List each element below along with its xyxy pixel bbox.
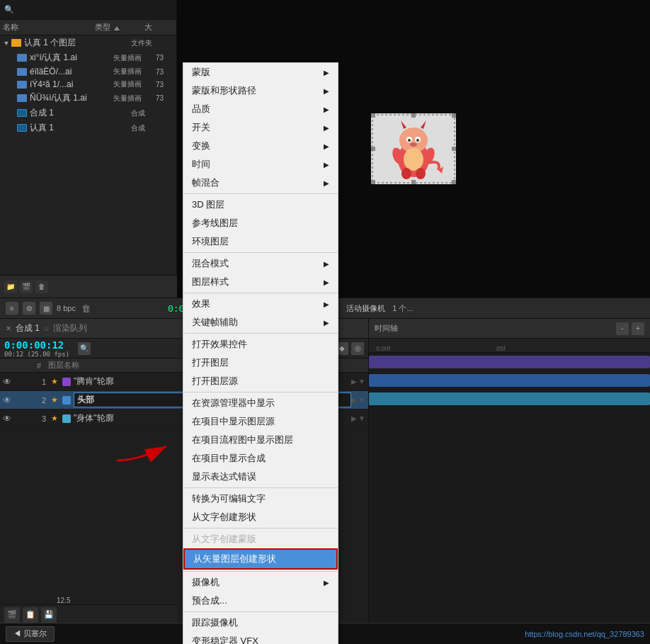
visibility-toggle[interactable]: 👁: [3, 395, 14, 405]
menu-item-switch[interactable]: 开关 ▶: [183, 118, 338, 137]
menu-item-create-shape-from-vector[interactable]: 从矢量图层创建形状: [183, 548, 338, 570]
expand-arrow[interactable]: ▶: [351, 396, 357, 404]
menu-item-camera[interactable]: 摄像机 ▶: [183, 573, 338, 592]
search-bar[interactable]: 🔍: [0, 0, 176, 20]
menu-item-time[interactable]: 时间 ▶: [183, 155, 338, 174]
menu-item-layer-style[interactable]: 图层样式 ▶: [183, 273, 338, 291]
layer-color-swatch: [62, 396, 71, 405]
search-button[interactable]: 🔍: [78, 342, 91, 355]
submenu-arrow: ▶: [324, 69, 329, 77]
item-type: 矢量插画: [113, 53, 156, 63]
menu-item-mask[interactable]: 蒙版 ▶: [183, 63, 338, 81]
visibility-toggle[interactable]: 👁: [3, 377, 14, 387]
list-item[interactable]: éïläÈÖ/...ai 矢量插画 73: [0, 65, 176, 78]
comp-icon: [17, 124, 27, 132]
menu-item-show-explorer[interactable]: 在资源管理器中显示: [183, 394, 338, 412]
submenu-arrow: ▶: [324, 300, 329, 308]
menu-item-create-shape-from-text[interactable]: 从文字创建形状: [183, 508, 338, 526]
menu-item-frame-blend[interactable]: 帧混合 ▶: [183, 174, 338, 192]
menu-item-open-effects[interactable]: 打开效果控件: [183, 335, 338, 354]
comp-tab[interactable]: 合成 1: [16, 322, 40, 334]
folder-toggle[interactable]: ▼: [3, 40, 10, 47]
submenu-arrow: ▶: [324, 106, 329, 113]
menu-item-env[interactable]: 环境图层: [183, 232, 338, 251]
menu-item-open-source[interactable]: 打开图层源: [183, 372, 338, 390]
layer-number: 3: [37, 414, 51, 423]
favorite-star[interactable]: ★: [51, 414, 62, 423]
panel-settings-button[interactable]: ⚙: [23, 302, 35, 315]
menu-separator: [183, 293, 338, 293]
nav-project-icon[interactable]: 📋: [23, 607, 38, 623]
menu-item-quality[interactable]: 品质 ▶: [183, 100, 338, 118]
url-label: https://blog.csdn.net/qq_32789363: [525, 630, 644, 638]
list-item[interactable]: ÑÜ¾ì/认真 1.ai 矢量插画 73: [0, 91, 176, 106]
file-icon: [17, 54, 27, 62]
menu-item-show-in-flowchart[interactable]: 在项目流程图中显示图层: [183, 431, 338, 449]
taskbar-item-prev[interactable]: ◀ 贝塞尔: [6, 626, 55, 642]
character-svg: [371, 113, 456, 184]
menu-item-track-camera[interactable]: 跟踪摄像机: [183, 614, 338, 632]
ruler-mark-1: 05f: [496, 345, 506, 352]
list-item[interactable]: xi°í/认真 1.ai 矢量插画 73: [0, 50, 176, 65]
render-queue-tab[interactable]: 渲染队列: [53, 322, 87, 334]
list-item[interactable]: 认真 1 合成: [0, 120, 176, 135]
panel-toggle-button[interactable]: ▦: [40, 302, 52, 315]
menu-separator: [183, 487, 338, 488]
track-bar[interactable]: [369, 392, 650, 405]
menu-item-show-expr-error[interactable]: 显示表达式错误: [183, 468, 338, 486]
menu-item-guide[interactable]: 参考线图层: [183, 214, 338, 232]
folder-item[interactable]: ▼ 认真 1 个图层 文件夹: [0, 35, 176, 50]
visibility-toggle[interactable]: 👁: [3, 414, 14, 424]
nav-comp-icon[interactable]: 🎬: [4, 607, 20, 623]
zoom-out-button[interactable]: -: [616, 322, 629, 335]
collapse-arrow[interactable]: ▼: [358, 414, 365, 422]
menu-item-show-comp[interactable]: 在项目中显示合成: [183, 449, 338, 468]
file-icon: [17, 81, 27, 89]
menu-item-precompose[interactable]: 预合成...: [183, 592, 338, 610]
menu-item-transform[interactable]: 变换 ▶: [183, 137, 338, 155]
active-camera-label: 活动摄像机: [346, 303, 385, 314]
layer-number: 1: [37, 378, 51, 386]
menu-item-blend-mode[interactable]: 混合模式 ▶: [183, 254, 338, 273]
nav-save-icon[interactable]: 💾: [41, 607, 57, 623]
menu-item-3d[interactable]: 3D 图层: [183, 196, 338, 214]
expand-arrow[interactable]: ▶: [351, 414, 357, 422]
new-comp-button[interactable]: 🎬: [20, 281, 33, 293]
zoom-in-button[interactable]: +: [632, 322, 644, 335]
track-bar[interactable]: [369, 374, 650, 387]
folder-type: 文件夹: [131, 38, 173, 48]
list-item[interactable]: 合成 1 合成: [0, 106, 176, 120]
svg-rect-8: [411, 180, 416, 184]
menu-item-mask-path[interactable]: 蒙版和形状路径 ▶: [183, 81, 338, 100]
list-item[interactable]: íÝ4²ã 1/...ai 矢量插画 73: [0, 78, 176, 91]
panel-menu-button[interactable]: ≡: [6, 302, 18, 315]
menu-item-convert-text[interactable]: 转换为可编辑文字: [183, 490, 338, 508]
item-type: 矢量插画: [113, 79, 156, 89]
close-tab-button[interactable]: ✕: [6, 324, 11, 332]
menu-item-warp-stabilizer[interactable]: 变形稳定器 VFX: [183, 632, 338, 644]
favorite-star[interactable]: ★: [51, 377, 62, 386]
file-icon: [17, 94, 27, 102]
submenu-arrow: ▶: [324, 579, 329, 587]
submenu-arrow: ▶: [324, 260, 329, 268]
nav-icons: 🎬 📋 💾: [0, 604, 177, 624]
track-row: [369, 371, 650, 390]
timecode-sub: 00:12 (25.00 fps): [4, 351, 69, 358]
menu-item-effects[interactable]: 效果 ▶: [183, 295, 338, 313]
track-bar[interactable]: [369, 356, 650, 368]
collapse-arrow[interactable]: ▼: [358, 396, 365, 404]
item-size: 73: [156, 68, 173, 76]
delete-button[interactable]: 🗑: [35, 281, 48, 293]
folder-icon: [11, 39, 21, 47]
collapse-arrow[interactable]: ▼: [358, 378, 365, 385]
menu-item-show-in-project[interactable]: 在项目中显示图层源: [183, 412, 338, 431]
expand-arrow[interactable]: ▶: [351, 378, 357, 385]
menu-item-keyframe-assist[interactable]: 关键帧辅助 ▶: [183, 313, 338, 332]
menu-item-open-layer[interactable]: 打开图层: [183, 354, 338, 372]
trash-button[interactable]: 🗑: [80, 302, 93, 315]
menu-item-create-mask-from-text: 从文字创建蒙版: [183, 530, 338, 548]
file-icon: [17, 68, 27, 76]
new-folder-button[interactable]: 📁: [4, 281, 17, 293]
solo-button[interactable]: ◎: [351, 342, 364, 355]
favorite-star[interactable]: ★: [51, 395, 62, 405]
